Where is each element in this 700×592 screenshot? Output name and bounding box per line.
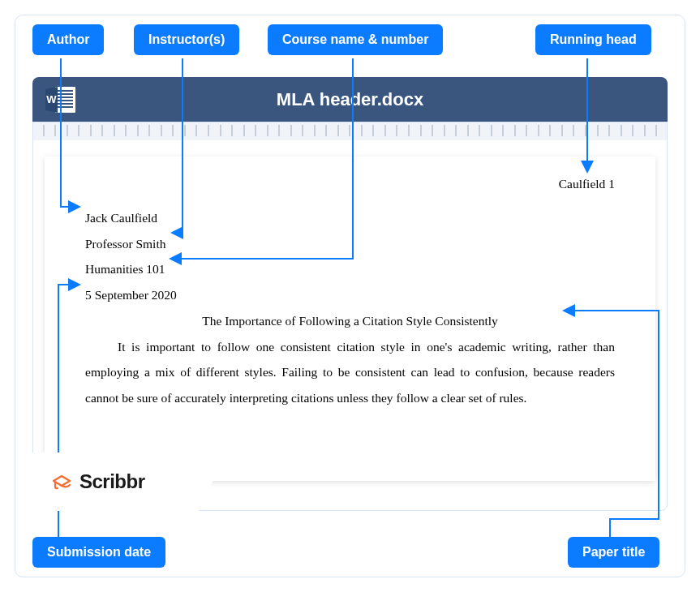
svg-text:W: W [46,93,57,105]
date-line: 5 September 2020 [85,282,615,308]
author-line: Jack Caulfield [85,205,615,231]
instructor-line: Professor Smith [85,231,615,257]
label-paper-title: Paper title [568,537,659,568]
label-instructor: Instructor(s) [134,24,239,55]
svg-rect-3 [58,97,73,98]
word-icon: W [45,86,76,114]
svg-rect-1 [58,90,73,92]
label-course: Course name & number [268,24,443,55]
scribbr-brand-text: Scribbr [79,470,145,493]
scribbr-logo: Scribbr [32,453,199,511]
paper-title: The Importance of Following a Citation S… [85,308,615,334]
document-filename: MLA header.docx [32,89,668,110]
document-page: Caulfield 1 Jack Caulfield Professor Smi… [45,157,655,481]
label-submission-date: Submission date [32,537,165,568]
svg-rect-6 [58,106,73,108]
running-head: Caulfield 1 [85,171,615,197]
svg-rect-2 [58,93,73,95]
body-paragraph: It is important to follow one consistent… [85,334,615,411]
course-line: Humanities 101 [85,256,615,282]
svg-rect-4 [58,100,73,101]
label-running-head: Running head [535,24,651,55]
svg-rect-5 [58,103,73,105]
word-app-header: W MLA header.docx [32,77,668,122]
label-author: Author [32,24,104,55]
scribbr-icon [50,470,73,493]
